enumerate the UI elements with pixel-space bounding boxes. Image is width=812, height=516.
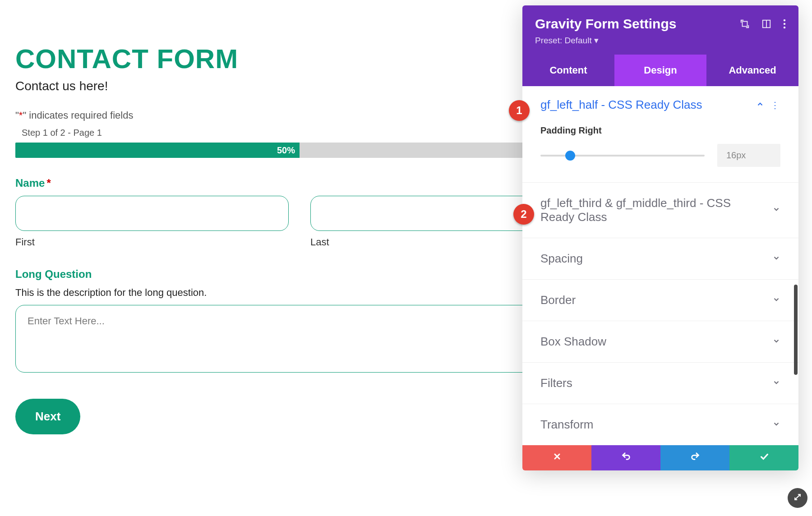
save-button[interactable]	[729, 445, 798, 470]
panel-tabs: Content Design Advanced	[522, 55, 798, 86]
tab-design[interactable]: Design	[614, 55, 706, 86]
section-gf-left-half[interactable]: gf_left_half - CSS Ready Class ⋮	[522, 86, 798, 125]
slider-thumb[interactable]	[565, 151, 575, 161]
chevron-up-icon	[756, 100, 764, 110]
tab-content[interactable]: Content	[522, 55, 614, 86]
chevron-down-icon	[772, 337, 780, 347]
long-question-description: This is the description for the long que…	[15, 287, 584, 299]
chevron-down-icon	[772, 205, 780, 215]
name-row: First Last	[15, 196, 584, 248]
section-filters[interactable]: Filters	[522, 363, 798, 404]
resize-icon	[793, 493, 802, 503]
chevron-down-icon	[772, 420, 780, 430]
chevron-down-icon	[772, 295, 780, 305]
undo-button[interactable]	[591, 445, 660, 470]
panel-footer	[522, 445, 798, 470]
cancel-button[interactable]	[522, 445, 591, 470]
first-name-input[interactable]	[15, 196, 289, 231]
progress-bar: 50%	[15, 143, 584, 158]
control-label: Padding Right	[540, 125, 780, 136]
first-name-col: First	[15, 196, 289, 248]
section-gf-thirds[interactable]: gf_left_third & gf_middle_third - CSS Re…	[522, 183, 798, 238]
panel-body: gf_left_half - CSS Ready Class ⋮ Padding…	[522, 86, 798, 445]
resize-fab[interactable]	[788, 488, 807, 508]
columns-icon[interactable]	[761, 19, 771, 29]
svg-point-5	[784, 27, 786, 29]
section-box-shadow[interactable]: Box Shadow	[522, 321, 798, 362]
check-icon	[759, 452, 769, 464]
preset-dropdown[interactable]: Preset: Default ▾	[535, 35, 786, 46]
section-more-icon[interactable]: ⋮	[770, 100, 780, 111]
expand-icon[interactable]	[740, 19, 750, 29]
panel-title: Gravity Form Settings	[535, 16, 676, 32]
svg-rect-0	[743, 22, 747, 27]
undo-icon	[621, 452, 631, 464]
first-sublabel: First	[15, 236, 289, 248]
section-spacing[interactable]: Spacing	[522, 238, 798, 279]
padding-right-value[interactable]	[717, 144, 780, 167]
tab-advanced[interactable]: Advanced	[706, 55, 798, 86]
padding-right-control: Padding Right	[522, 125, 798, 182]
chevron-down-icon	[772, 378, 780, 388]
svg-line-8	[795, 494, 800, 500]
svg-point-3	[784, 19, 786, 22]
svg-point-4	[784, 23, 786, 25]
section-transform[interactable]: Transform	[522, 404, 798, 445]
long-question-textarea[interactable]	[15, 305, 584, 373]
more-icon[interactable]	[783, 19, 786, 29]
contact-form: CONTACT FORM Contact us here! "*" indica…	[15, 43, 584, 434]
annotation-badge-2: 2	[513, 204, 534, 225]
panel-scrollbar[interactable]	[794, 285, 798, 375]
section-border[interactable]: Border	[522, 280, 798, 321]
close-icon	[553, 452, 562, 464]
panel-header: Gravity Form Settings Preset: Default ▾	[522, 5, 798, 55]
form-subtitle: Contact us here!	[15, 79, 584, 93]
redo-icon	[690, 452, 700, 464]
long-question-label: Long Question	[15, 268, 584, 281]
step-indicator: Step 1 of 2 - Page 1	[22, 128, 584, 138]
next-button[interactable]: Next	[15, 399, 80, 434]
redo-button[interactable]	[660, 445, 729, 470]
settings-panel: Gravity Form Settings Preset: Default ▾ …	[522, 5, 798, 470]
annotation-badge-1: 1	[509, 100, 530, 121]
padding-right-slider[interactable]	[540, 155, 705, 157]
name-label: Name*	[15, 177, 584, 189]
progress-fill: 50%	[15, 143, 300, 158]
required-fields-note: "*" indicates required fields	[15, 110, 584, 121]
chevron-down-icon	[772, 254, 780, 264]
form-title: CONTACT FORM	[15, 43, 584, 74]
